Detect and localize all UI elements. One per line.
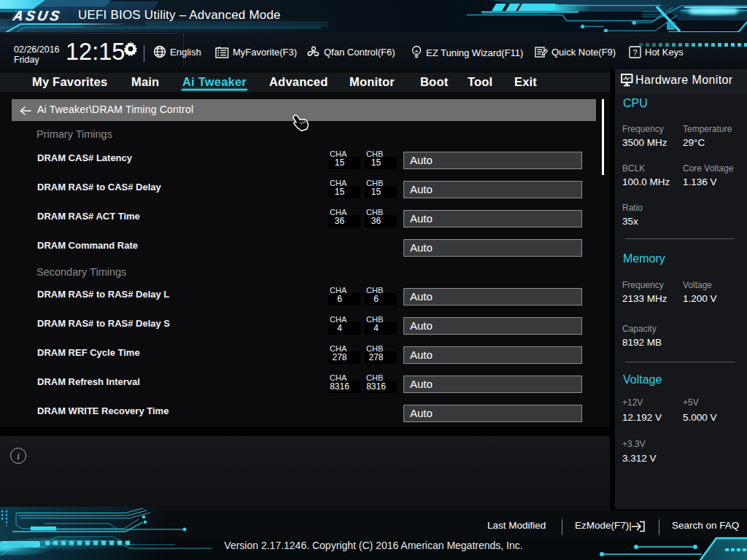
svg-text:?: ? bbox=[632, 48, 637, 57]
